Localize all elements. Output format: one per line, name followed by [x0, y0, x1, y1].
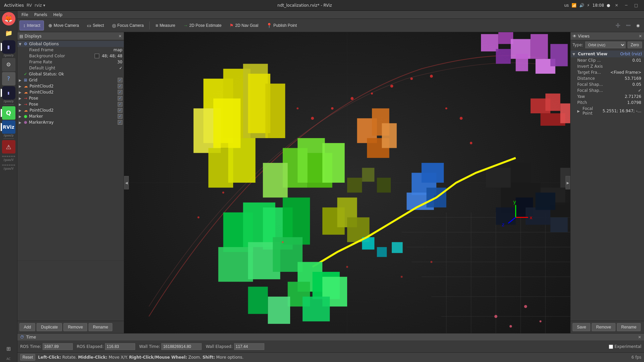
tree-default-light[interactable]: Default Light ✓: [17, 65, 124, 71]
view-focal-shape-2[interactable]: Focal Shap... ✓: [571, 87, 644, 94]
measure-button[interactable]: ≡ Measure: [152, 20, 179, 31]
sound-icon[interactable]: 🔊: [579, 3, 584, 8]
wall-time-input[interactable]: [161, 343, 202, 350]
tree-background-color[interactable]: Background Color 48; 48; 48: [17, 53, 124, 59]
time-panel-close[interactable]: ✕: [638, 335, 641, 340]
nav-goal-button[interactable]: ⚑ 2D Nav Goal: [226, 20, 262, 31]
dock-item-files[interactable]: 📁: [2, 26, 15, 40]
keyboard-indicator[interactable]: us: [564, 3, 569, 8]
save-view-button[interactable]: Save: [573, 323, 590, 331]
3d-viewport[interactable]: ◀ ▶: [124, 32, 570, 333]
rename-view-button[interactable]: Rename: [617, 323, 641, 331]
dock-item-terminal1[interactable]: ▮: [2, 40, 15, 54]
collapse-right-handle[interactable]: ▶: [566, 176, 570, 189]
tree-pointcloud2-1[interactable]: ▶ ☁ PointCloud2 ✓: [17, 83, 124, 89]
min-btn[interactable]: ─: [623, 2, 629, 8]
tree-marker[interactable]: ▶ ● Marker ✓: [17, 113, 124, 119]
menu-file[interactable]: File: [19, 12, 31, 18]
dock-label-terminal1: /gaas/p: [1, 54, 17, 57]
tree-global-status[interactable]: ✓ Global Status: Ok: [17, 71, 124, 77]
view-near-clip[interactable]: Near Clip ... 0.01: [571, 57, 644, 63]
views-buttons-row: Save Remove Rename: [571, 321, 644, 333]
displays-panel-close[interactable]: ✕: [118, 34, 122, 39]
fit-view-button[interactable]: ◉: [634, 20, 642, 31]
rviz-menu-indicator[interactable]: rviz ▾: [35, 3, 45, 8]
interact-button[interactable]: ↕ Interact: [19, 20, 44, 31]
max-btn[interactable]: □: [632, 2, 640, 8]
focus-camera-button[interactable]: ◎ Focus Camera: [108, 20, 148, 31]
svg-rect-67: [377, 247, 387, 257]
select-button[interactable]: ▭ Select: [83, 20, 107, 31]
remove-view-button[interactable]: Remove: [592, 323, 615, 331]
add-display-button[interactable]: Add: [19, 323, 35, 331]
marker-expand: ▶: [19, 115, 23, 118]
menu-help[interactable]: Help: [51, 12, 65, 18]
tree-marker-array[interactable]: ▶ ⊕ MarkerArray ✓: [17, 119, 124, 125]
activities-button[interactable]: Activities: [4, 3, 24, 8]
view-pitch[interactable]: Pitch 1.0798: [571, 100, 644, 106]
zero-button[interactable]: Zero: [628, 42, 642, 48]
svg-text:z: z: [502, 222, 504, 227]
power-icon[interactable]: ⚡: [587, 3, 590, 8]
dock-item-qt[interactable]: Q: [2, 106, 15, 120]
tree-pointcloud2-2[interactable]: ▶ ☁ PointCloud2 ✓: [17, 89, 124, 95]
interact-label: Interact: [27, 23, 40, 28]
svg-rect-46: [213, 99, 240, 148]
pose-1-checkbox: ✓: [118, 96, 122, 101]
publish-point-button[interactable]: 📍 Publish Point: [263, 20, 301, 31]
experimental-checkbox[interactable]: [609, 345, 613, 349]
wall-elapsed-input[interactable]: [234, 343, 264, 350]
view-yaw[interactable]: Yaw 2.71726: [571, 94, 644, 100]
views-panel-close[interactable]: ✕: [639, 34, 642, 39]
background-color-label: Background Color: [29, 54, 94, 58]
dock-item-rviz[interactable]: RViz: [2, 120, 15, 134]
ac-label: AC: [6, 357, 10, 361]
expand-global-options: ▼: [19, 42, 23, 46]
dock-item-firefox[interactable]: 🦊: [2, 12, 15, 25]
time-panel-header: ⏱ Time ✕: [17, 334, 644, 341]
close-btn[interactable]: ✕: [613, 2, 620, 8]
view-invert-z[interactable]: Invert Z Axis: [571, 63, 644, 69]
network-icon[interactable]: 📶: [572, 3, 577, 8]
views-type-select[interactable]: Orbit (rviz): [585, 42, 626, 48]
reset-button[interactable]: Reset: [20, 354, 35, 361]
ros-time-input[interactable]: [43, 343, 73, 350]
tree-pose-1[interactable]: ▶ → Pose ✓: [17, 95, 124, 101]
svg-rect-110: [362, 168, 374, 182]
tree-global-options[interactable]: ▼ ⚙ Global Options: [17, 41, 124, 47]
tree-frame-rate[interactable]: Frame Rate 30: [17, 59, 124, 65]
system-topbar: Activities RV rviz ▾ ndt_localization.rv…: [0, 0, 644, 11]
pose-estimate-button[interactable]: → 2D Pose Estimate: [179, 20, 225, 31]
view-focal-point[interactable]: ▶ Focal Point 5.2551; 16.947; -...: [571, 106, 644, 116]
svg-rect-107: [268, 297, 290, 324]
dock-item-terminal2[interactable]: ▮: [2, 86, 15, 100]
rename-display-button[interactable]: Rename: [89, 323, 112, 331]
yaw-key: Yaw: [577, 94, 623, 99]
move-camera-button[interactable]: ⊕ Move Camera: [45, 20, 83, 31]
collapse-left-handle[interactable]: ◀: [124, 176, 129, 189]
view-focal-shape-1[interactable]: Focal Shap... 0.05: [571, 81, 644, 87]
tree-pointcloud2-3[interactable]: ▶ ☁ PointCloud2 ✓: [17, 107, 124, 113]
zoom-out-button[interactable]: ➖: [624, 20, 633, 31]
fixed-frame-value: map: [113, 48, 122, 52]
view-distance[interactable]: Distance 53.7169: [571, 75, 644, 81]
zoom-in-button[interactable]: ➕: [613, 20, 623, 31]
svg-rect-32: [486, 168, 511, 188]
dock-item-error[interactable]: ⚠: [2, 140, 15, 154]
svg-point-89: [222, 192, 224, 194]
current-view-header[interactable]: ▼ Current View Orbit (rviz): [571, 51, 644, 57]
remove-display-button[interactable]: Remove: [63, 323, 87, 331]
menu-panels[interactable]: Panels: [32, 12, 50, 18]
dock-apps-grid[interactable]: ⊞: [2, 342, 15, 355]
svg-point-93: [346, 266, 348, 268]
dock-item-help[interactable]: ?: [2, 72, 15, 85]
tree-grid[interactable]: ▶ ⊞ Grid ✓: [17, 77, 124, 83]
dock-item-settings[interactable]: ⚙: [2, 58, 15, 71]
global-options-icon: ⚙: [24, 42, 28, 46]
duplicate-display-button[interactable]: Duplicate: [37, 323, 62, 331]
view-target-frame[interactable]: Target Fra... <Fixed Frame>: [571, 69, 644, 75]
current-view-label: Current View: [578, 52, 619, 56]
tree-pose-2[interactable]: ▶ → Pose ✓: [17, 101, 124, 107]
tree-fixed-frame[interactable]: Fixed Frame map: [17, 47, 124, 53]
ros-elapsed-input[interactable]: [105, 343, 135, 350]
